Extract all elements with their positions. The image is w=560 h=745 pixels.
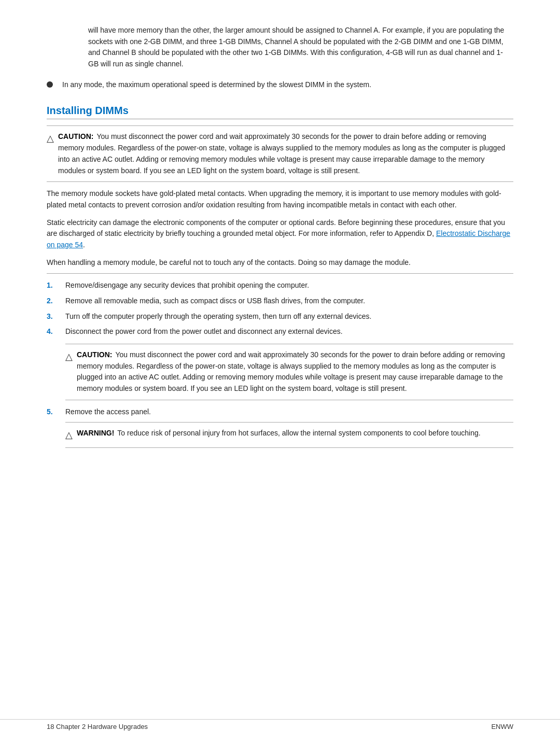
step-2-num: 2. <box>47 296 65 307</box>
caution-text-1: You must disconnect the power cord and w… <box>58 132 505 174</box>
step-1-num: 1. <box>47 280 65 291</box>
caution-label-2: CAUTION: <box>77 350 112 359</box>
bullet-icon <box>47 81 53 88</box>
step-4: 4. Disconnect the power cord from the po… <box>47 326 513 338</box>
step-2-text: Remove all removable media, such as comp… <box>65 296 365 307</box>
caution-block-1: △ CAUTION:You must disconnect the power … <box>47 125 513 182</box>
warning-content-1: WARNING!To reduce risk of personal injur… <box>77 428 481 439</box>
warning-text-1: To reduce risk of personal injury from h… <box>117 429 480 437</box>
page-footer: 18 Chapter 2 Hardware Upgrades ENWW <box>0 719 560 730</box>
steps-list: 1. Remove/disengage any security devices… <box>47 280 513 338</box>
step-4-num: 4. <box>47 326 65 338</box>
caution-label-1: CAUTION: <box>58 132 93 140</box>
step-1-text: Remove/disengage any security devices th… <box>65 280 309 291</box>
step-3-text: Turn off the computer properly through t… <box>65 311 371 322</box>
body-text-3: When handling a memory module, be carefu… <box>47 257 513 269</box>
warning-block-1: △ WARNING!To reduce risk of personal inj… <box>65 422 513 448</box>
caution-block-2: △ CAUTION:You must disconnect the power … <box>65 344 513 400</box>
caution-triangle-icon-2: △ <box>65 350 73 364</box>
warning-label-1: WARNING! <box>77 429 114 437</box>
step-5-num: 5. <box>47 406 65 418</box>
body-text-1: The memory module sockets have gold-plat… <box>47 188 513 210</box>
step-2: 2. Remove all removable media, such as c… <box>47 296 513 307</box>
body2-post-text: . <box>83 241 85 249</box>
step-5: 5. Remove the access panel. <box>47 406 513 418</box>
body-text-2: Static electricity can damage the electr… <box>47 217 513 251</box>
footer-left: 18 Chapter 2 Hardware Upgrades <box>47 723 148 730</box>
caution-triangle-icon-1: △ <box>47 132 54 146</box>
warning-triangle-icon: △ <box>65 428 73 443</box>
caution-content-1: CAUTION:You must disconnect the power co… <box>58 131 513 176</box>
bullet-item-1: In any mode, the maximum operational spe… <box>47 79 513 91</box>
intro-paragraph: will have more memory than the other, th… <box>88 25 513 70</box>
step-1: 1. Remove/disengage any security devices… <box>47 280 513 291</box>
bullet-text-1: In any mode, the maximum operational spe… <box>62 79 371 91</box>
step-5-container: 5. Remove the access panel. <box>47 406 513 418</box>
caution-text-2: You must disconnect the power cord and w… <box>77 350 505 392</box>
footer-right: ENWW <box>491 723 513 730</box>
step-5-text: Remove the access panel. <box>65 406 151 418</box>
caution-content-2: CAUTION:You must disconnect the power co… <box>77 349 513 395</box>
step-3: 3. Turn off the computer properly throug… <box>47 311 513 322</box>
step-3-num: 3. <box>47 311 65 322</box>
section-title-installing-dimms: Installing DIMMs <box>47 105 513 119</box>
step-4-text: Disconnect the power cord from the power… <box>65 326 343 338</box>
